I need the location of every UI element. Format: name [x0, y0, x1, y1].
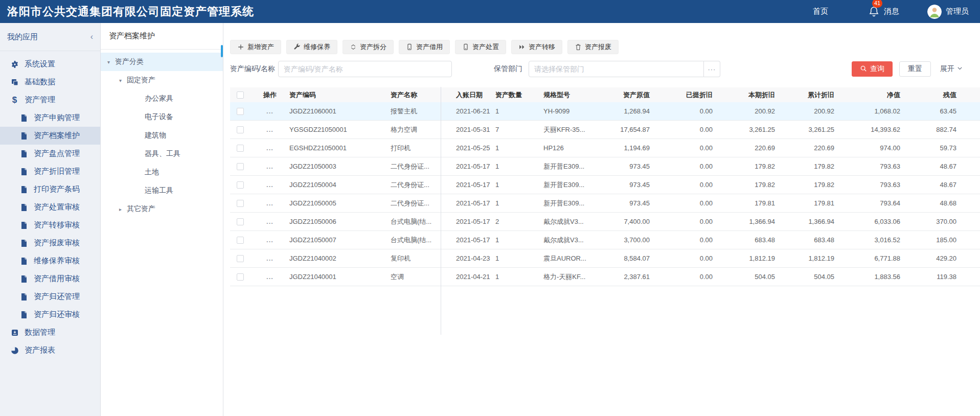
- sidebar-item-资产转移审核[interactable]: 资产转移审核: [0, 216, 100, 234]
- dept-picker-button[interactable]: ···: [704, 61, 720, 77]
- quantity-cell: 1: [494, 236, 541, 244]
- row-actions-button[interactable]: ...: [250, 236, 289, 244]
- sidebar-item-数据管理[interactable]: 数据管理: [0, 323, 100, 341]
- row-actions-button[interactable]: ...: [250, 163, 289, 170]
- chevron-down-icon: [956, 65, 963, 73]
- tree-node-建筑物[interactable]: 建筑物: [101, 126, 223, 145]
- sidebar-item-资产盘点管理[interactable]: 资产盘点管理: [0, 145, 100, 163]
- expand-filters-link[interactable]: 展开: [940, 64, 963, 74]
- row-checkbox[interactable]: [237, 237, 244, 244]
- user-menu[interactable]: 管理员: [946, 7, 969, 16]
- row-actions-button[interactable]: ...: [250, 273, 289, 281]
- tree-node-器具、工具[interactable]: 器具、工具: [101, 145, 223, 163]
- sidebar-collapse-chevron-icon[interactable]: ‹: [90, 33, 93, 41]
- row-checkbox[interactable]: [237, 108, 244, 115]
- row-actions-button[interactable]: ...: [250, 199, 289, 207]
- nav-home-link[interactable]: 首页: [813, 7, 828, 16]
- toolbar-button-新增资产[interactable]: 新增资产: [230, 40, 281, 54]
- row-actions-button[interactable]: ...: [250, 181, 289, 189]
- toolbar-button-维修保养[interactable]: 维修保养: [286, 40, 337, 54]
- row-actions-button[interactable]: ...: [250, 255, 289, 262]
- tree-node-资产分类[interactable]: ▾ 资产分类: [101, 53, 223, 71]
- sidebar-item-基础数据[interactable]: 基础数据: [0, 73, 100, 91]
- sidebar-item-资产管理[interactable]: $ 资产管理: [0, 91, 100, 109]
- toolbar-button-资产处置[interactable]: 资产处置: [455, 40, 506, 54]
- sidebar-header: 我的应用 ‹: [0, 23, 100, 51]
- sidebar-item-资产归还管理[interactable]: 资产归还管理: [0, 288, 100, 306]
- tree-expand-arrow-icon[interactable]: ▸: [119, 206, 127, 212]
- row-checkbox[interactable]: [237, 181, 244, 189]
- accumulated-depreciation-cell: 179.82: [785, 163, 845, 170]
- toolbar-button-资产借用[interactable]: 资产借用: [399, 40, 450, 54]
- sidebar-item-资产归还审核[interactable]: 资产归还审核: [0, 306, 100, 323]
- toolbar-button-资产转移[interactable]: 资产转移: [511, 40, 562, 54]
- message-count-badge: 41: [872, 0, 882, 8]
- row-checkbox[interactable]: [237, 163, 244, 170]
- accumulated-depreciation-cell: 200.92: [785, 107, 845, 115]
- search-button[interactable]: 查询: [852, 61, 893, 77]
- tree-node-其它资产[interactable]: ▸ 其它资产: [101, 200, 223, 218]
- messages-link[interactable]: 消息: [884, 7, 899, 16]
- row-actions-button[interactable]: ...: [250, 126, 289, 133]
- row-checkbox[interactable]: [237, 200, 244, 207]
- row-checkbox[interactable]: [237, 145, 244, 152]
- sidebar-item-维修保养审核[interactable]: 维修保养审核: [0, 252, 100, 270]
- sidebar-item-资产申购管理[interactable]: 资产申购管理: [0, 109, 100, 127]
- table-row[interactable]: ... JGDZ21040001 空调 2021-04-21 1 格力-天丽KF…: [230, 268, 980, 286]
- asset-name-cell: 二代身份证...: [391, 199, 441, 208]
- table-row[interactable]: ... EGSHDZ21050001 打印机 2021-05-25 1 HP12…: [230, 139, 980, 157]
- tree-node-固定资产[interactable]: ▾ 固定资产: [101, 71, 223, 89]
- custody-dept-input[interactable]: [529, 61, 704, 77]
- table-row[interactable]: ... JGDZ21050006 台式电脑(结... 2021-05-17 2 …: [230, 213, 980, 231]
- tree-node-运输工具[interactable]: 运输工具: [101, 181, 223, 200]
- table-row[interactable]: ... JGDZ21050004 二代身份证... 2021-05-17 1 新…: [230, 176, 980, 194]
- tree-node-电子设备[interactable]: 电子设备: [101, 108, 223, 126]
- select-all-checkbox[interactable]: [237, 91, 244, 99]
- row-actions-button[interactable]: ...: [250, 218, 289, 225]
- quantity-cell: 1: [494, 163, 541, 170]
- sidebar-item-资产报表[interactable]: 资产报表: [0, 341, 100, 359]
- original-value-cell: 17,654.87: [616, 126, 660, 133]
- table-row[interactable]: ... JGDZ21040002 复印机 2021-04-23 1 震旦AURO…: [230, 249, 980, 268]
- row-checkbox[interactable]: [237, 126, 244, 133]
- column-header: 资产原值: [616, 90, 660, 100]
- tree-expand-arrow-icon[interactable]: ▾: [107, 59, 115, 65]
- table-row[interactable]: ... JGDZ21050003 二代身份证... 2021-05-17 1 新…: [230, 157, 980, 176]
- tree-node-土地[interactable]: 土地: [101, 163, 223, 181]
- notifications-button[interactable]: 41: [868, 5, 880, 18]
- table-row[interactable]: ... YGSGDZ21050001 格力空调 2021-05-31 7 天丽K…: [230, 121, 980, 139]
- table-row[interactable]: ... JGDZ21060001 报警主机 2021-06-21 1 YH-90…: [230, 102, 980, 121]
- toolbar-button-资产报废[interactable]: 资产报废: [567, 40, 619, 54]
- custody-dept-label: 保管部门: [494, 64, 522, 74]
- current-depreciation-cell: 179.81: [723, 199, 785, 207]
- accumulated-depreciation-cell: 504.05: [785, 273, 845, 281]
- net-value-cell: 3,016.52: [845, 236, 910, 244]
- row-checkbox[interactable]: [237, 273, 244, 281]
- row-actions-button[interactable]: ...: [250, 144, 289, 152]
- doc-icon: [19, 274, 28, 283]
- quantity-cell: 1: [494, 273, 541, 281]
- sidebar-item-资产档案维护[interactable]: 资产档案维护: [0, 127, 100, 145]
- user-avatar[interactable]: [927, 5, 942, 19]
- sidebar-item-系统设置[interactable]: 系统设置: [0, 55, 100, 73]
- sidebar-item-资产处置审核[interactable]: 资产处置审核: [0, 198, 100, 216]
- sidebar-item-资产借用审核[interactable]: 资产借用审核: [0, 270, 100, 288]
- table-row[interactable]: ... JGDZ21050007 台式电脑(结... 2021-05-17 1 …: [230, 231, 980, 249]
- row-actions-button[interactable]: ...: [250, 107, 289, 115]
- tree-expand-arrow-icon[interactable]: ▾: [119, 78, 127, 83]
- table-row[interactable]: ... JGDZ21050005 二代身份证... 2021-05-17 1 新…: [230, 194, 980, 213]
- asset-name-cell: 空调: [391, 272, 441, 282]
- asset-name-cell: 报警主机: [391, 107, 441, 116]
- toolbar-button-资产拆分[interactable]: 资产拆分: [343, 40, 394, 54]
- sidebar-item-资产折旧管理[interactable]: 资产折旧管理: [0, 163, 100, 180]
- row-checkbox[interactable]: [237, 218, 244, 225]
- asset-code-input[interactable]: [278, 61, 452, 77]
- row-checkbox[interactable]: [237, 255, 244, 262]
- device-icon: [462, 43, 469, 51]
- sidebar-item-资产报废审核[interactable]: 资产报废审核: [0, 234, 100, 252]
- tree-node-办公家具[interactable]: 办公家具: [101, 89, 223, 108]
- sidebar-item-打印资产条码[interactable]: 打印资产条码: [0, 180, 100, 198]
- tree-scrollbar-thumb[interactable]: [221, 45, 223, 57]
- salvage-value-cell: 48.68: [910, 199, 980, 207]
- reset-button[interactable]: 重置: [899, 61, 931, 77]
